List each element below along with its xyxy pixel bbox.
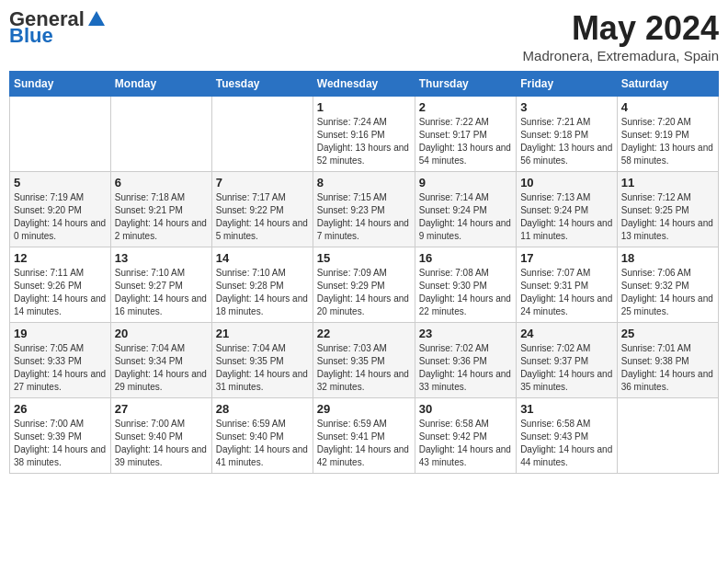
day-number: 14 bbox=[216, 251, 309, 265]
day-number: 28 bbox=[216, 402, 309, 416]
day-number: 26 bbox=[14, 402, 107, 416]
calendar-cell: 16Sunrise: 7:08 AMSunset: 9:30 PMDayligh… bbox=[415, 247, 516, 323]
calendar-cell: 14Sunrise: 7:10 AMSunset: 9:28 PMDayligh… bbox=[211, 247, 313, 323]
day-info: Sunrise: 7:17 AMSunset: 9:22 PMDaylight:… bbox=[216, 191, 309, 243]
calendar-cell: 2Sunrise: 7:22 AMSunset: 9:17 PMDaylight… bbox=[415, 97, 516, 172]
day-number: 31 bbox=[520, 402, 613, 416]
day-header-friday: Friday bbox=[517, 72, 618, 97]
calendar-cell bbox=[617, 398, 718, 474]
day-number: 10 bbox=[520, 176, 613, 190]
day-number: 18 bbox=[621, 251, 714, 265]
day-number: 27 bbox=[115, 402, 208, 416]
calendar-cell: 18Sunrise: 7:06 AMSunset: 9:32 PMDayligh… bbox=[617, 247, 718, 323]
day-number: 30 bbox=[419, 402, 512, 416]
day-number: 8 bbox=[317, 176, 411, 190]
calendar-table: SundayMondayTuesdayWednesdayThursdayFrid… bbox=[9, 71, 719, 474]
day-number: 12 bbox=[14, 251, 107, 265]
calendar-cell: 11Sunrise: 7:12 AMSunset: 9:25 PMDayligh… bbox=[617, 172, 718, 247]
day-info: Sunrise: 7:14 AMSunset: 9:24 PMDaylight:… bbox=[419, 191, 512, 243]
calendar-cell: 17Sunrise: 7:07 AMSunset: 9:31 PMDayligh… bbox=[517, 247, 618, 323]
day-info: Sunrise: 7:24 AMSunset: 9:16 PMDaylight:… bbox=[317, 116, 411, 167]
calendar-cell bbox=[10, 97, 111, 172]
day-number: 15 bbox=[317, 251, 411, 265]
day-info: Sunrise: 7:04 AMSunset: 9:34 PMDaylight:… bbox=[115, 342, 208, 394]
day-number: 24 bbox=[520, 327, 613, 340]
calendar-cell: 5Sunrise: 7:19 AMSunset: 9:20 PMDaylight… bbox=[10, 172, 111, 247]
day-info: Sunrise: 7:03 AMSunset: 9:35 PMDaylight:… bbox=[317, 342, 411, 394]
day-info: Sunrise: 7:04 AMSunset: 9:35 PMDaylight:… bbox=[216, 342, 309, 394]
day-info: Sunrise: 7:19 AMSunset: 9:20 PMDaylight:… bbox=[14, 191, 107, 243]
calendar-cell: 25Sunrise: 7:01 AMSunset: 9:38 PMDayligh… bbox=[617, 323, 718, 398]
day-header-sunday: Sunday bbox=[10, 72, 111, 97]
day-number: 21 bbox=[216, 327, 309, 340]
day-header-wednesday: Wednesday bbox=[313, 72, 415, 97]
day-info: Sunrise: 6:58 AMSunset: 9:43 PMDaylight:… bbox=[520, 418, 613, 469]
calendar-cell: 21Sunrise: 7:04 AMSunset: 9:35 PMDayligh… bbox=[211, 323, 313, 398]
day-number: 19 bbox=[14, 327, 107, 340]
calendar-cell bbox=[211, 97, 313, 172]
day-info: Sunrise: 7:10 AMSunset: 9:28 PMDaylight:… bbox=[216, 267, 309, 318]
day-info: Sunrise: 7:08 AMSunset: 9:30 PMDaylight:… bbox=[419, 267, 512, 318]
day-info: Sunrise: 7:00 AMSunset: 9:39 PMDaylight:… bbox=[14, 418, 107, 469]
day-info: Sunrise: 7:10 AMSunset: 9:27 PMDaylight:… bbox=[115, 267, 208, 318]
title-block: May 2024 Madronera, Extremadura, Spain bbox=[523, 9, 719, 63]
calendar-cell: 23Sunrise: 7:02 AMSunset: 9:36 PMDayligh… bbox=[415, 323, 516, 398]
day-header-thursday: Thursday bbox=[415, 72, 516, 97]
logo-blue-text: Blue bbox=[9, 26, 107, 46]
day-number: 20 bbox=[115, 327, 208, 340]
month-title: May 2024 bbox=[523, 9, 719, 48]
calendar-cell: 19Sunrise: 7:05 AMSunset: 9:33 PMDayligh… bbox=[10, 323, 111, 398]
day-number: 3 bbox=[520, 100, 613, 114]
calendar-cell: 8Sunrise: 7:15 AMSunset: 9:23 PMDaylight… bbox=[313, 172, 415, 247]
page-header: General Blue May 2024 Madronera, Extrema… bbox=[9, 9, 719, 63]
calendar-cell: 24Sunrise: 7:02 AMSunset: 9:37 PMDayligh… bbox=[517, 323, 618, 398]
calendar-cell: 28Sunrise: 6:59 AMSunset: 9:40 PMDayligh… bbox=[211, 398, 313, 474]
location-title: Madronera, Extremadura, Spain bbox=[523, 48, 719, 63]
day-info: Sunrise: 7:06 AMSunset: 9:32 PMDaylight:… bbox=[621, 267, 714, 318]
day-info: Sunrise: 7:00 AMSunset: 9:40 PMDaylight:… bbox=[115, 418, 208, 469]
day-info: Sunrise: 7:20 AMSunset: 9:19 PMDaylight:… bbox=[621, 116, 714, 167]
day-info: Sunrise: 7:05 AMSunset: 9:33 PMDaylight:… bbox=[14, 342, 107, 394]
calendar-cell: 15Sunrise: 7:09 AMSunset: 9:29 PMDayligh… bbox=[313, 247, 415, 323]
calendar-cell: 12Sunrise: 7:11 AMSunset: 9:26 PMDayligh… bbox=[10, 247, 111, 323]
calendar-cell: 6Sunrise: 7:18 AMSunset: 9:21 PMDaylight… bbox=[110, 172, 211, 247]
day-number: 4 bbox=[621, 100, 714, 114]
calendar-cell: 27Sunrise: 7:00 AMSunset: 9:40 PMDayligh… bbox=[110, 398, 211, 474]
calendar-cell: 9Sunrise: 7:14 AMSunset: 9:24 PMDaylight… bbox=[415, 172, 516, 247]
day-number: 22 bbox=[317, 327, 411, 340]
logo: General Blue bbox=[9, 9, 107, 46]
day-number: 25 bbox=[621, 327, 714, 340]
day-info: Sunrise: 7:01 AMSunset: 9:38 PMDaylight:… bbox=[621, 342, 714, 394]
calendar-week-row: 12Sunrise: 7:11 AMSunset: 9:26 PMDayligh… bbox=[10, 247, 719, 323]
day-header-tuesday: Tuesday bbox=[211, 72, 313, 97]
day-info: Sunrise: 7:09 AMSunset: 9:29 PMDaylight:… bbox=[317, 267, 411, 318]
day-number: 5 bbox=[14, 176, 107, 190]
calendar-cell: 31Sunrise: 6:58 AMSunset: 9:43 PMDayligh… bbox=[517, 398, 618, 474]
calendar-week-row: 26Sunrise: 7:00 AMSunset: 9:39 PMDayligh… bbox=[10, 398, 719, 474]
calendar-cell: 1Sunrise: 7:24 AMSunset: 9:16 PMDaylight… bbox=[313, 97, 415, 172]
day-info: Sunrise: 7:13 AMSunset: 9:24 PMDaylight:… bbox=[520, 191, 613, 243]
calendar-week-row: 1Sunrise: 7:24 AMSunset: 9:16 PMDaylight… bbox=[10, 97, 719, 172]
day-info: Sunrise: 7:22 AMSunset: 9:17 PMDaylight:… bbox=[419, 116, 512, 167]
calendar-cell: 3Sunrise: 7:21 AMSunset: 9:18 PMDaylight… bbox=[517, 97, 618, 172]
calendar-week-row: 5Sunrise: 7:19 AMSunset: 9:20 PMDaylight… bbox=[10, 172, 719, 247]
day-header-monday: Monday bbox=[110, 72, 211, 97]
day-info: Sunrise: 7:07 AMSunset: 9:31 PMDaylight:… bbox=[520, 267, 613, 318]
day-info: Sunrise: 6:58 AMSunset: 9:42 PMDaylight:… bbox=[419, 418, 512, 469]
calendar-cell: 29Sunrise: 6:59 AMSunset: 9:41 PMDayligh… bbox=[313, 398, 415, 474]
calendar-week-row: 19Sunrise: 7:05 AMSunset: 9:33 PMDayligh… bbox=[10, 323, 719, 398]
calendar-cell: 13Sunrise: 7:10 AMSunset: 9:27 PMDayligh… bbox=[110, 247, 211, 323]
svg-marker-0 bbox=[88, 11, 105, 26]
day-number: 7 bbox=[216, 176, 309, 190]
day-info: Sunrise: 6:59 AMSunset: 9:40 PMDaylight:… bbox=[216, 418, 309, 469]
day-number: 17 bbox=[520, 251, 613, 265]
day-info: Sunrise: 7:11 AMSunset: 9:26 PMDaylight:… bbox=[14, 267, 107, 318]
calendar-header-row: SundayMondayTuesdayWednesdayThursdayFrid… bbox=[10, 72, 719, 97]
calendar-cell: 10Sunrise: 7:13 AMSunset: 9:24 PMDayligh… bbox=[517, 172, 618, 247]
day-info: Sunrise: 7:15 AMSunset: 9:23 PMDaylight:… bbox=[317, 191, 411, 243]
day-info: Sunrise: 7:02 AMSunset: 9:37 PMDaylight:… bbox=[520, 342, 613, 394]
calendar-cell: 4Sunrise: 7:20 AMSunset: 9:19 PMDaylight… bbox=[617, 97, 718, 172]
calendar-cell: 20Sunrise: 7:04 AMSunset: 9:34 PMDayligh… bbox=[110, 323, 211, 398]
calendar-cell: 22Sunrise: 7:03 AMSunset: 9:35 PMDayligh… bbox=[313, 323, 415, 398]
calendar-cell: 7Sunrise: 7:17 AMSunset: 9:22 PMDaylight… bbox=[211, 172, 313, 247]
